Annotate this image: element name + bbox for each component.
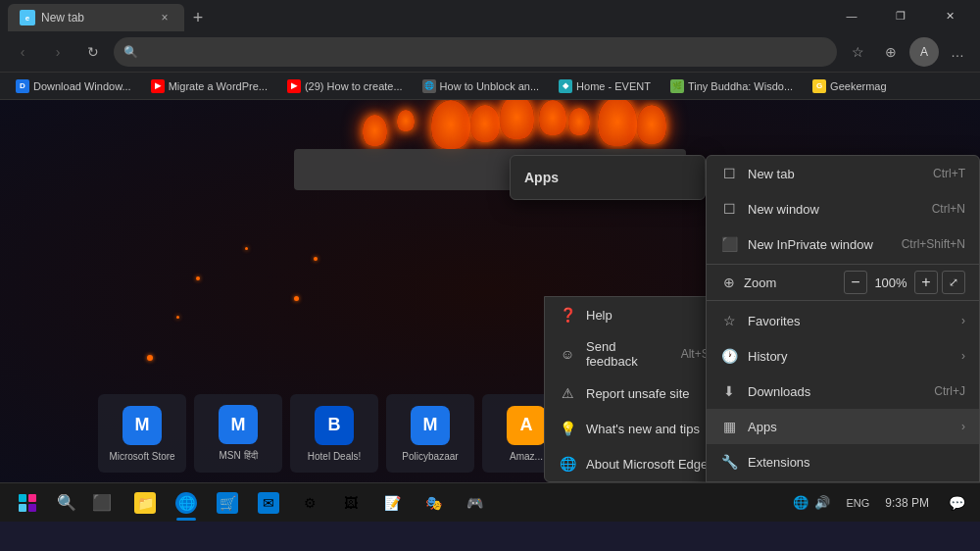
tile-icon: M — [122, 406, 162, 445]
task-view-button[interactable]: ⬛ — [86, 487, 118, 519]
menu-label: Send feedback — [586, 339, 671, 369]
forward-button[interactable]: › — [43, 37, 73, 67]
bookmark-favicon: 🌿 — [670, 79, 684, 93]
lantern — [397, 110, 415, 131]
address-bar[interactable]: 🔍 — [114, 37, 837, 67]
menu-button[interactable]: … — [943, 37, 972, 67]
nav-actions: ☆ ⊕ A … — [843, 37, 972, 67]
taskbar-app-app2[interactable]: 🎮 — [455, 483, 494, 523]
close-button[interactable]: ✕ — [927, 0, 972, 31]
lantern — [637, 105, 666, 144]
taskbar-app-mail[interactable]: ✉ — [249, 483, 288, 523]
bookmark-label: (29) How to create... — [305, 80, 403, 92]
zoom-expand-button[interactable]: ⤢ — [942, 271, 965, 294]
menu-shortcut: Ctrl+J — [934, 384, 965, 398]
maximize-button[interactable]: ❐ — [878, 0, 923, 31]
bookmark-favicon: ◆ — [559, 79, 572, 93]
bookmark-tinybuddha[interactable]: 🌿 Tiny Buddha: Wisdo... — [662, 77, 801, 95]
zoom-value: 100% — [871, 276, 910, 290]
window-controls: — ❐ ✕ — [829, 0, 972, 31]
favorites-icon: ☆ — [720, 312, 738, 329]
notes-icon: 📝 — [381, 492, 403, 514]
tab-new-tab[interactable]: e New tab × — [8, 4, 184, 31]
taskbar-system-icons[interactable]: 🌐 🔊 — [785, 483, 838, 523]
apps-submenu-title: Apps — [511, 162, 705, 193]
menu-item-downloads[interactable]: ⬇ Downloads Ctrl+J — [707, 374, 979, 409]
light-dot — [176, 316, 179, 319]
tile-icon: M — [219, 405, 258, 444]
taskbar-app-edge[interactable]: 🌐 — [167, 483, 206, 523]
bookmark-unblock[interactable]: 🌐 How to Unblock an... — [415, 77, 548, 95]
tile-msn[interactable]: M MSN हिंदी — [194, 394, 282, 473]
clock-time: 9:38 PM — [885, 496, 929, 510]
taskbar-app-settings[interactable]: ⚙ — [290, 483, 329, 523]
menu-item-inprivate[interactable]: ⬛ New InPrivate window Ctrl+Shift+N — [707, 226, 979, 262]
settings-icon: ⚙ — [299, 492, 320, 514]
profile-button[interactable]: A — [909, 37, 939, 67]
light-dot — [294, 296, 299, 301]
lantern — [500, 100, 534, 139]
lantern — [568, 108, 590, 135]
bookmark-event[interactable]: ◆ Home - EVENT — [551, 77, 659, 95]
taskbar-search-button[interactable]: 🔍 — [51, 487, 82, 519]
zoom-plus-button[interactable]: + — [914, 271, 938, 294]
tab-close-button[interactable]: × — [157, 10, 172, 25]
light-dot — [314, 257, 318, 261]
collections-button[interactable]: ⊕ — [876, 37, 906, 67]
bookmark-favicon: 🌐 — [422, 79, 436, 93]
favorites-button[interactable]: ☆ — [843, 37, 872, 67]
new-tab-button[interactable]: + — [184, 4, 212, 31]
menu-label: Apps — [748, 420, 948, 434]
menu-label: Favorites — [748, 314, 948, 328]
menu-item-favorites[interactable]: ☆ Favorites › — [707, 303, 979, 338]
navigation-bar: ‹ › ↻ 🔍 ☆ ⊕ A … — [0, 31, 980, 73]
zoom-icon: ⊕ — [720, 274, 738, 291]
feedback-icon: ☺ — [559, 345, 576, 363]
taskbar-app-app1[interactable]: 🎭 — [414, 483, 453, 523]
tile-icon: A — [507, 406, 546, 445]
light-dot — [245, 247, 248, 250]
menu-shortcut: Ctrl+T — [933, 167, 965, 180]
tile-microsoft-store[interactable]: M Microsoft Store — [98, 394, 186, 473]
menu-divider — [707, 300, 979, 301]
menu-item-history[interactable]: 🕐 History › — [707, 338, 979, 374]
taskbar-app-store[interactable]: 🛒 — [208, 483, 247, 523]
taskbar-app-fileexplorer[interactable]: 📁 — [125, 483, 165, 523]
menu-divider — [707, 481, 979, 482]
menu-arrow: › — [961, 314, 965, 327]
extensions-icon: 🔧 — [720, 453, 738, 471]
history-icon: 🕐 — [720, 347, 738, 365]
lantern — [431, 100, 470, 149]
notification-button[interactable]: 💬 — [941, 483, 972, 523]
inprivate-icon: ⬛ — [720, 235, 738, 253]
volume-icon: 🔊 — [814, 495, 830, 510]
taskbar-app-notes[interactable]: 📝 — [372, 483, 412, 523]
refresh-button[interactable]: ↻ — [78, 37, 108, 67]
menu-item-apps[interactable]: ▦ Apps › — [707, 409, 979, 444]
taskbar-right: 🌐 🔊 ENG 9:38 PM 💬 — [785, 483, 972, 523]
bookmark-migrate[interactable]: ▶ Migrate a WordPre... — [143, 77, 275, 95]
language-indicator[interactable]: ENG — [842, 497, 873, 509]
minimize-button[interactable]: — — [829, 0, 874, 31]
tile-policybazaar[interactable]: M Policybazaar — [386, 394, 474, 473]
bookmark-geekermag[interactable]: G Geekermag — [805, 77, 894, 95]
menu-arrow: › — [961, 349, 965, 363]
bookmark-youtube[interactable]: ▶ (29) How to create... — [279, 77, 411, 95]
tile-label: Policybazaar — [402, 451, 458, 462]
menu-item-extensions[interactable]: 🔧 Extensions — [707, 444, 979, 479]
bookmark-download[interactable]: D Download Window... — [8, 77, 139, 95]
start-button[interactable] — [8, 483, 47, 523]
warning-icon: ⚠ — [559, 384, 576, 402]
menu-item-new-tab[interactable]: ☐ New tab Ctrl+T — [707, 156, 979, 191]
zoom-minus-button[interactable]: − — [844, 271, 867, 294]
bookmark-favicon: ▶ — [151, 79, 165, 93]
menu-arrow: › — [961, 420, 965, 433]
menu-item-new-window[interactable]: ☐ New window Ctrl+N — [707, 191, 979, 226]
back-button[interactable]: ‹ — [8, 37, 37, 67]
taskbar-clock[interactable]: 9:38 PM — [877, 483, 937, 523]
menu-label: Downloads — [748, 384, 924, 399]
menu-label: New window — [748, 202, 922, 217]
address-input[interactable] — [144, 44, 827, 59]
taskbar-app-photos[interactable]: 🖼 — [331, 483, 370, 523]
tile-hotel[interactable]: B Hotel Deals! — [290, 394, 378, 473]
